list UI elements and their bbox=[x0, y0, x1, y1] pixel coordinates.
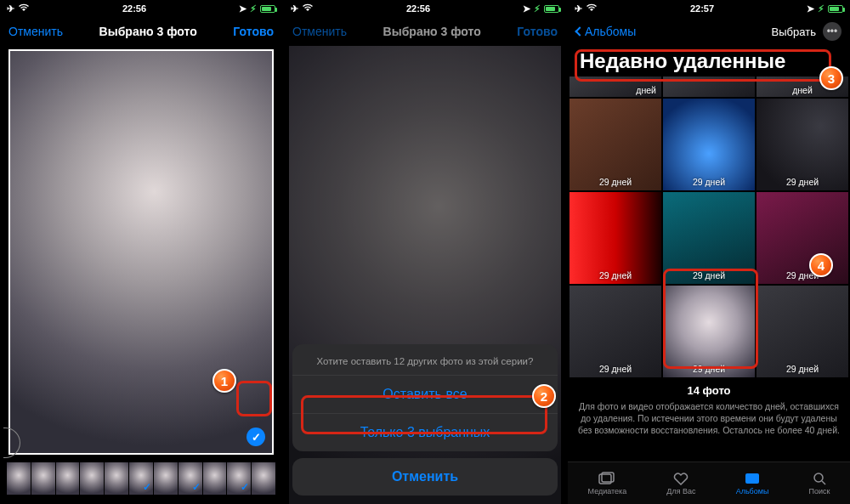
grid-cell[interactable]: 29 дней bbox=[756, 286, 848, 377]
thumb-selected[interactable] bbox=[178, 462, 202, 495]
status-bar: ✈︎ 22:56 ➤ ⚡︎ bbox=[284, 0, 566, 17]
svg-point-3 bbox=[814, 473, 823, 482]
more-button[interactable]: ••• bbox=[823, 22, 842, 41]
tab-bar: Медиатека Для Вас Альбомы Поиск bbox=[568, 462, 850, 504]
select-button[interactable]: Выбрать bbox=[772, 25, 816, 38]
wifi-icon bbox=[586, 3, 598, 14]
action-sheet: Хотите оставить 12 других фото из этой с… bbox=[292, 344, 558, 496]
thumb[interactable] bbox=[56, 462, 80, 495]
photo-viewer-dimmed: Хотите оставить 12 других фото из этой с… bbox=[284, 46, 566, 504]
thumb[interactable] bbox=[105, 462, 128, 495]
grid-cell[interactable]: 29 дней bbox=[663, 192, 755, 284]
page-title: Недавно удаленные bbox=[568, 46, 850, 80]
battery-icon bbox=[544, 5, 559, 13]
tab-search[interactable]: Поиск bbox=[809, 472, 830, 496]
heart-icon bbox=[672, 472, 689, 485]
done-button[interactable]: Готово bbox=[517, 25, 558, 38]
cancel-button[interactable]: Отменить bbox=[8, 25, 63, 38]
status-time: 22:56 bbox=[406, 3, 430, 14]
grid-cell[interactable]: дней bbox=[570, 76, 661, 97]
battery-icon bbox=[260, 5, 275, 13]
nav-title: Выбрано 3 фото bbox=[383, 25, 481, 38]
thumb[interactable] bbox=[80, 462, 104, 495]
thumb[interactable] bbox=[31, 462, 55, 495]
thumb[interactable] bbox=[252, 462, 275, 495]
status-time: 22:56 bbox=[122, 3, 146, 14]
photo-count: 14 фото bbox=[568, 377, 850, 399]
svg-rect-2 bbox=[745, 473, 759, 484]
grid-cell[interactable]: 29 дней bbox=[663, 99, 755, 190]
location-icon: ➤ bbox=[807, 3, 814, 14]
battery-icon bbox=[828, 5, 843, 13]
albums-icon bbox=[744, 472, 761, 485]
grid-cell[interactable]: 29 дней bbox=[570, 99, 661, 190]
airplane-icon: ✈︎ bbox=[291, 3, 298, 14]
thumb-selected[interactable] bbox=[227, 462, 251, 495]
thumb[interactable] bbox=[203, 462, 227, 495]
grid-cell[interactable]: дней bbox=[756, 76, 848, 97]
nav-bar: Отменить Выбрано 3 фото Готово bbox=[0, 17, 282, 46]
keep-all-button[interactable]: Оставить все bbox=[292, 376, 558, 414]
thumb[interactable] bbox=[154, 462, 178, 495]
grid-cell[interactable]: 29 дней bbox=[570, 286, 661, 377]
thumb-selected[interactable] bbox=[129, 462, 153, 495]
airplane-icon: ✈︎ bbox=[575, 3, 582, 14]
grid-cell[interactable]: 29 дней bbox=[756, 99, 848, 190]
main-photo[interactable] bbox=[8, 49, 274, 455]
library-icon bbox=[598, 472, 615, 485]
svg-line-4 bbox=[822, 481, 825, 484]
screen-3-recently-deleted: ✈︎ 22:57 ➤ ⚡︎ Альбомы Выбрать ••• bbox=[568, 0, 850, 504]
location-icon: ➤ bbox=[239, 3, 246, 14]
photo-viewer bbox=[0, 46, 282, 504]
grid-cell[interactable]: 29 дней bbox=[663, 286, 755, 377]
tab-albums[interactable]: Альбомы bbox=[736, 472, 769, 496]
grid-cell[interactable]: 29 дней bbox=[570, 192, 661, 284]
sheet-cancel-button[interactable]: Отменить bbox=[292, 458, 558, 496]
search-icon bbox=[811, 472, 828, 485]
wifi-icon bbox=[302, 3, 314, 14]
grid-cell[interactable]: 29 дней bbox=[756, 192, 848, 284]
bolt-icon: ⚡︎ bbox=[250, 3, 257, 14]
thumb[interactable] bbox=[7, 462, 31, 495]
burst-thumbnails bbox=[5, 460, 277, 497]
only-selected-button[interactable]: Только 3 выбранных bbox=[292, 414, 558, 451]
nav-title: Выбрано 3 фото bbox=[99, 25, 197, 38]
nav-bar: Альбомы Выбрать ••• bbox=[568, 17, 850, 46]
screen-1-select-photos: ✈︎ 22:56 ➤ ⚡︎ Отменить Выбрано 3 фото Го… bbox=[0, 0, 282, 504]
back-label: Альбомы bbox=[585, 25, 636, 38]
bolt-icon: ⚡︎ bbox=[534, 3, 541, 14]
nav-bar: Отменить Выбрано 3 фото Готово bbox=[284, 17, 566, 46]
wifi-icon bbox=[18, 3, 30, 14]
tab-for-you[interactable]: Для Вас bbox=[666, 472, 695, 496]
status-bar: ✈︎ 22:56 ➤ ⚡︎ bbox=[0, 0, 282, 17]
sheet-group: Хотите оставить 12 других фото из этой с… bbox=[292, 344, 558, 451]
chevron-left-icon bbox=[575, 26, 584, 36]
selected-check-icon[interactable] bbox=[246, 428, 265, 446]
done-button[interactable]: Готово bbox=[233, 25, 274, 38]
back-button[interactable]: Альбомы bbox=[576, 25, 636, 38]
grid-cell[interactable] bbox=[663, 76, 755, 97]
deleted-grid: дней дней 29 дней 29 дней 29 дней 29 дне… bbox=[568, 76, 850, 377]
tab-mediateka[interactable]: Медиатека bbox=[588, 472, 627, 496]
cancel-button[interactable]: Отменить bbox=[292, 25, 347, 38]
status-bar: ✈︎ 22:57 ➤ ⚡︎ bbox=[568, 0, 850, 17]
bolt-icon: ⚡︎ bbox=[818, 3, 824, 14]
airplane-icon: ✈︎ bbox=[7, 3, 14, 14]
footer-note: Для фото и видео отображается количество… bbox=[568, 399, 850, 442]
sheet-message: Хотите оставить 12 других фото из этой с… bbox=[292, 344, 558, 376]
screen-2-action-sheet: ✈︎ 22:56 ➤ ⚡︎ Отменить Выбрано 3 фото Го… bbox=[284, 0, 566, 504]
status-time: 22:57 bbox=[690, 3, 714, 14]
location-icon: ➤ bbox=[523, 3, 530, 14]
